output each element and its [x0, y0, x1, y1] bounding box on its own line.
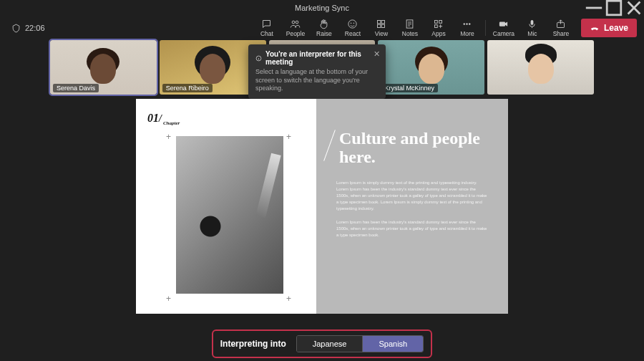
- slide-headline: Culture and people here.: [339, 129, 488, 167]
- participant-tile[interactable]: Krystal McKinney: [378, 40, 484, 95]
- svg-point-22: [469, 24, 471, 25]
- svg-point-21: [467, 24, 468, 25]
- raise-hand-button[interactable]: Raise: [311, 16, 337, 39]
- grid-icon: [376, 19, 386, 29]
- maximize-button[interactable]: [604, 0, 624, 16]
- svg-rect-11: [378, 24, 381, 27]
- chapter-number: 01/Chapter: [147, 112, 305, 126]
- meeting-toolbar: 22:06 Chat People Raise React View Notes: [0, 16, 644, 40]
- mic-icon: [527, 19, 537, 29]
- toolbar-separator: [485, 20, 486, 36]
- slide-paragraph: Lorem Ipsum has been the industry's stan…: [336, 219, 488, 239]
- interpreter-notification: You're an interpreter for this meeting S…: [248, 44, 386, 99]
- meeting-time: 22:06: [7, 24, 45, 33]
- notification-body: Select a language at the bottom of your …: [255, 68, 369, 93]
- svg-point-7: [351, 23, 352, 24]
- svg-rect-1: [607, 1, 621, 15]
- mic-button[interactable]: Mic: [519, 16, 545, 39]
- svg-rect-23: [499, 21, 505, 26]
- crop-mark-icon: +: [286, 132, 291, 142]
- interpreter-bar: Interpreting into Japanese Spanish: [212, 329, 432, 358]
- language-option-japanese[interactable]: Japanese: [297, 336, 363, 352]
- shield-icon: [11, 24, 21, 33]
- svg-rect-19: [435, 25, 438, 28]
- participant-tile[interactable]: Serena Davis: [50, 40, 157, 95]
- hand-icon: [318, 19, 329, 29]
- window-title: Marketing Sync: [295, 4, 349, 12]
- svg-point-20: [464, 24, 465, 25]
- crop-mark-icon: +: [166, 132, 171, 142]
- notification-close-button[interactable]: ✕: [371, 49, 381, 59]
- people-icon: [290, 19, 301, 29]
- apps-icon: [433, 19, 444, 29]
- language-option-spanish[interactable]: Spanish: [362, 336, 423, 352]
- chat-button[interactable]: Chat: [254, 16, 280, 39]
- people-button[interactable]: People: [283, 16, 308, 39]
- notification-title: You're an interpreter for this meeting: [265, 50, 369, 66]
- svg-rect-24: [531, 20, 534, 25]
- slide-paragraph: Lorem Ipsum is simply dummy text of the …: [336, 180, 488, 212]
- presentation-slide: 01/Chapter + + + + Culture and people he…: [136, 99, 508, 314]
- svg-rect-17: [435, 21, 438, 24]
- smile-icon: [347, 19, 358, 29]
- close-button[interactable]: [624, 0, 644, 16]
- camera-icon: [498, 19, 509, 29]
- divider-line: [323, 130, 336, 161]
- leave-button[interactable]: Leave: [581, 19, 637, 37]
- info-icon: [255, 54, 262, 62]
- chat-icon: [261, 19, 272, 29]
- view-button[interactable]: View: [369, 16, 394, 39]
- share-button[interactable]: Share: [548, 16, 574, 39]
- svg-rect-18: [439, 21, 442, 24]
- participant-name: Serena Ribeiro: [162, 84, 213, 92]
- interpreter-bar-container: Interpreting into Japanese Spanish: [0, 327, 644, 361]
- notes-icon: [404, 19, 415, 29]
- participant-tile[interactable]: [487, 40, 594, 95]
- share-icon: [555, 19, 566, 29]
- react-button[interactable]: React: [340, 16, 366, 39]
- title-bar: Marketing Sync: [0, 0, 644, 16]
- svg-rect-10: [382, 21, 385, 24]
- notes-button[interactable]: Notes: [397, 16, 423, 39]
- svg-point-6: [348, 20, 356, 28]
- camera-button[interactable]: Camera: [491, 16, 517, 39]
- svg-rect-12: [382, 24, 385, 27]
- shared-content-stage: 01/Chapter + + + + Culture and people he…: [0, 96, 644, 327]
- language-selector: Japanese Spanish: [296, 335, 424, 352]
- svg-point-5: [296, 21, 299, 24]
- apps-button[interactable]: Apps: [426, 16, 452, 39]
- slide-image: [176, 136, 283, 294]
- svg-point-4: [293, 21, 296, 24]
- elapsed-time: 22:06: [25, 24, 45, 32]
- svg-point-8: [353, 23, 354, 24]
- ellipsis-icon: [462, 19, 472, 29]
- svg-rect-9: [378, 21, 381, 24]
- participant-name: Krystal McKinney: [381, 84, 438, 92]
- crop-mark-icon: +: [166, 294, 171, 304]
- interpreter-label: Interpreting into: [220, 339, 286, 349]
- more-button[interactable]: More: [454, 16, 480, 39]
- hangup-icon: [590, 23, 600, 33]
- minimize-button[interactable]: [584, 0, 604, 16]
- crop-mark-icon: +: [286, 294, 291, 304]
- participant-name: Serena Davis: [53, 84, 99, 92]
